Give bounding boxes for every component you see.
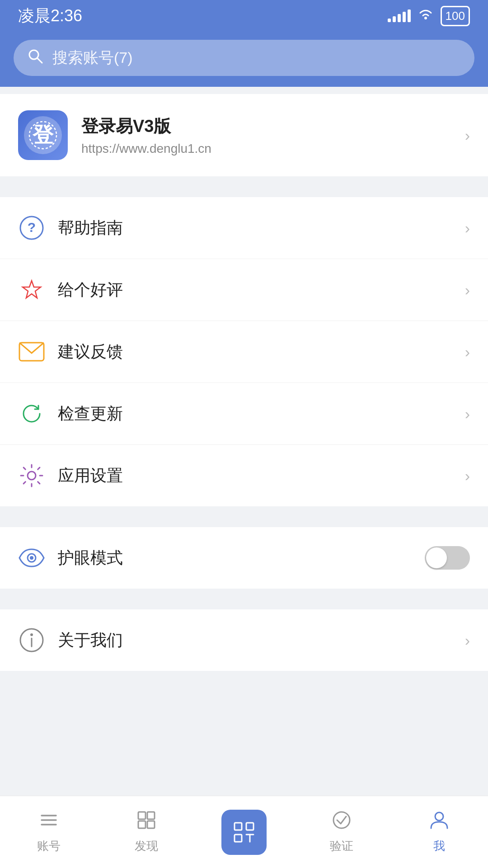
- svg-rect-25: [235, 835, 242, 842]
- menu-label-about: 关于我们: [58, 629, 452, 651]
- menu-item-update[interactable]: 检查更新 ›: [0, 383, 488, 445]
- app-card-chevron: ›: [465, 127, 470, 144]
- account-icon: [39, 810, 59, 835]
- menu-label-rate: 给个好评: [58, 279, 452, 301]
- menu-label-eye-mode: 护眼模式: [58, 547, 412, 569]
- nav-label-me: 我: [433, 838, 445, 854]
- menu-chevron-settings: ›: [465, 467, 470, 485]
- search-placeholder: 搜索账号(7): [52, 47, 133, 68]
- svg-point-12: [30, 556, 33, 560]
- svg-rect-23: [235, 823, 242, 830]
- menu-chevron-about: ›: [465, 632, 470, 649]
- svg-point-28: [333, 812, 350, 828]
- app-card[interactable]: 登 登录易V3版 https://www.denglu1.cn ›: [0, 94, 488, 176]
- menu-item-eye-mode[interactable]: 护眼模式: [0, 527, 488, 589]
- update-icon: [18, 400, 45, 427]
- svg-rect-24: [246, 823, 253, 830]
- svg-line-2: [38, 58, 42, 63]
- discover-icon: [136, 810, 156, 835]
- battery-icon: 100: [441, 6, 470, 26]
- nav-label-account: 账号: [37, 838, 61, 854]
- menu-item-about[interactable]: 关于我们 ›: [0, 609, 488, 671]
- app-url: https://www.denglu1.cn: [81, 142, 451, 156]
- wifi-icon: [418, 8, 433, 24]
- me-icon: [429, 810, 449, 835]
- svg-point-14: [30, 633, 33, 636]
- svg-rect-22: [147, 821, 155, 828]
- svg-text:登: 登: [32, 123, 54, 146]
- nav-item-me[interactable]: 我: [390, 810, 488, 854]
- search-icon: [27, 48, 43, 68]
- eye-mode-toggle[interactable]: [425, 546, 470, 570]
- nav-item-account[interactable]: 账号: [0, 810, 98, 854]
- menu-label-settings: 应用设置: [58, 465, 452, 487]
- info-icon: [18, 627, 45, 654]
- svg-point-29: [435, 812, 443, 821]
- mail-icon: [18, 338, 45, 365]
- menu-chevron-help: ›: [465, 219, 470, 237]
- menu-item-help[interactable]: ? 帮助指南 ›: [0, 197, 488, 259]
- menu-section: ? 帮助指南 › 给个好评 › 建议反馈 ›: [0, 197, 488, 506]
- svg-text:?: ?: [28, 220, 36, 235]
- bottom-nav: 账号 发现: [0, 796, 488, 868]
- nav-label-discover: 发现: [135, 838, 158, 854]
- svg-marker-8: [23, 281, 41, 298]
- search-bar[interactable]: 搜索账号(7): [14, 40, 474, 76]
- verify-icon: [332, 810, 352, 835]
- svg-point-0: [424, 17, 427, 19]
- eye-icon: [18, 544, 45, 571]
- star-icon: [18, 276, 45, 303]
- help-icon: ?: [18, 214, 45, 241]
- svg-rect-21: [138, 821, 145, 828]
- nav-item-discover[interactable]: 发现: [98, 810, 195, 854]
- menu-label-feedback: 建议反馈: [58, 341, 452, 363]
- search-container: 搜索账号(7): [0, 32, 488, 87]
- svg-rect-19: [138, 812, 145, 819]
- settings-icon: [18, 462, 45, 489]
- menu-chevron-rate: ›: [465, 281, 470, 299]
- app-logo: 登: [18, 110, 68, 160]
- menu-label-help: 帮助指南: [58, 217, 452, 239]
- menu-item-settings[interactable]: 应用设置 ›: [0, 445, 488, 506]
- status-bar: 凌晨2:36 100: [0, 0, 488, 32]
- nav-label-verify: 验证: [330, 838, 353, 854]
- nav-item-scan[interactable]: [195, 810, 293, 855]
- menu-chevron-update: ›: [465, 405, 470, 423]
- menu-item-feedback[interactable]: 建议反馈 ›: [0, 321, 488, 383]
- toggle-thumb: [426, 547, 447, 568]
- eye-mode-section: 护眼模式: [0, 527, 488, 589]
- app-name: 登录易V3版: [81, 115, 451, 138]
- scan-button[interactable]: [221, 810, 267, 855]
- menu-label-update: 检查更新: [58, 403, 452, 425]
- svg-point-10: [28, 472, 36, 480]
- svg-rect-20: [147, 812, 155, 819]
- nav-item-verify[interactable]: 验证: [293, 810, 390, 854]
- status-time: 凌晨2:36: [18, 5, 82, 27]
- status-icons: 100: [388, 6, 470, 26]
- menu-chevron-feedback: ›: [465, 343, 470, 361]
- app-info: 登录易V3版 https://www.denglu1.cn: [81, 115, 451, 156]
- signal-icon: [388, 9, 411, 22]
- about-section: 关于我们 ›: [0, 609, 488, 671]
- menu-item-rate[interactable]: 给个好评 ›: [0, 259, 488, 321]
